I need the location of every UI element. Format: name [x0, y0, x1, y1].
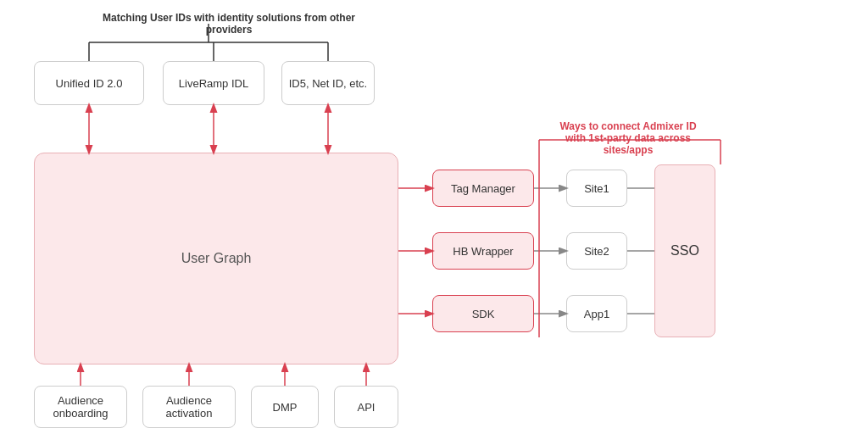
user-graph-label: User Graph — [181, 251, 252, 266]
site1-box: Site1 — [566, 170, 627, 207]
liveramp-box: LiveRamp IDL — [163, 61, 264, 105]
user-graph-box: User Graph — [34, 153, 398, 364]
id5-box: ID5, Net ID, etc. — [281, 61, 375, 105]
hb-wrapper-box: HB Wrapper — [432, 232, 534, 270]
audience-activation-box: Audience activation — [142, 386, 236, 428]
dmp-box: DMP — [251, 386, 319, 428]
top-label: Matching User IDs with identity solution… — [93, 12, 364, 36]
audience-onboarding-box: Audience onboarding — [34, 386, 127, 428]
unified-id-box: Unified ID 2.0 — [34, 61, 144, 105]
tag-manager-box: Tag Manager — [432, 170, 534, 207]
app1-box: App1 — [566, 295, 627, 332]
sso-box: SSO — [654, 164, 715, 337]
right-label: Ways to connect Admixer ID with 1st-part… — [539, 120, 717, 156]
diagram: Matching User IDs with identity solution… — [0, 0, 868, 434]
site2-box: Site2 — [566, 232, 627, 270]
api-box: API — [334, 386, 398, 428]
sdk-box: SDK — [432, 295, 534, 332]
